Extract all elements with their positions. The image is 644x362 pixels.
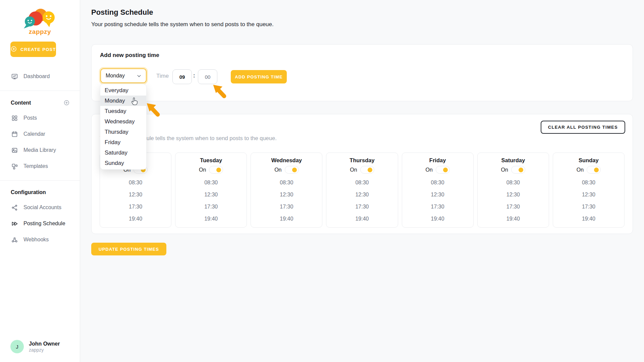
dropdown-option-friday[interactable]: Friday <box>100 137 146 147</box>
day-title: Wednesday <box>251 157 322 164</box>
add-time-card-title: Add new posting time <box>100 52 159 59</box>
day-column-friday: FridayOn08:3012:3017:3019:40 <box>402 153 474 228</box>
toggle-on-label: On <box>274 167 281 173</box>
day-toggle[interactable] <box>209 166 223 174</box>
sidebar-item-templates[interactable]: Templates <box>0 158 80 174</box>
section-title-configuration: Configuration <box>11 189 46 195</box>
posting-time: 12:30 <box>402 189 473 201</box>
day-toggle[interactable] <box>587 166 601 174</box>
day-column-saturday: SaturdayOn08:3012:3017:3019:40 <box>477 153 549 228</box>
toggle-row: On <box>402 166 473 174</box>
sidebar-section-configuration: Configuration Social AccountsPosting Sch… <box>0 181 80 248</box>
posts-icon <box>11 115 18 122</box>
toggle-row: On <box>251 166 322 174</box>
page-subtitle: Your posting schedule tells the system w… <box>91 21 274 28</box>
sidebar-item-label: Posts <box>23 115 37 121</box>
posting-time: 17:30 <box>402 201 473 213</box>
sidebar-item-calendar[interactable]: Calendar <box>0 126 80 142</box>
add-content-icon[interactable] <box>63 100 70 106</box>
sidebar-item-posting-schedule[interactable]: Posting Schedule <box>0 216 80 232</box>
day-times-list: 08:3012:3017:3019:40 <box>478 177 549 225</box>
webhook-icon <box>11 236 18 243</box>
sidebar-item-social-accounts[interactable]: Social Accounts <box>0 199 80 216</box>
sidebar-section-content: Content PostsCalendarMedia LibraryTempla… <box>0 91 80 174</box>
clear-all-posting-times-button[interactable]: CLEAR ALL POSTING TIMES <box>541 121 625 134</box>
day-toggle[interactable] <box>360 166 374 174</box>
day-times-list: 08:3012:3017:3019:40 <box>100 177 171 225</box>
user-org: zappzy <box>29 347 60 353</box>
chevron-down-icon <box>136 73 142 79</box>
sidebar-item-dashboard[interactable]: Dashboard <box>0 68 80 84</box>
posting-time: 19:40 <box>478 213 549 225</box>
toggle-on-label: On <box>350 167 357 173</box>
day-column-wednesday: WednesdayOn08:3012:3017:3019:40 <box>251 153 322 228</box>
sidebar-item-label: Media Library <box>23 147 56 153</box>
tutorial-arrow-icon <box>212 83 228 99</box>
posting-time: 19:40 <box>326 213 397 225</box>
day-select-value: Monday <box>106 73 125 79</box>
dropdown-option-sunday[interactable]: Sunday <box>100 158 146 168</box>
day-select[interactable]: Monday <box>100 68 147 83</box>
section-title-content: Content <box>11 100 31 106</box>
sidebar-item-label: Social Accounts <box>23 204 61 210</box>
minute-input[interactable] <box>198 69 217 84</box>
sidebar-item-label: Calendar <box>23 131 45 137</box>
schedule-icon <box>11 220 18 227</box>
toggle-on-label: On <box>577 167 584 173</box>
templates-icon <box>11 163 18 170</box>
posting-time: 19:40 <box>175 213 247 225</box>
day-times-list: 08:3012:3017:3019:40 <box>402 177 473 225</box>
posting-time: 17:30 <box>100 201 171 213</box>
posting-time: 17:30 <box>326 201 397 213</box>
toggle-row: On <box>478 166 549 174</box>
sidebar-item-posts[interactable]: Posts <box>0 110 80 126</box>
dropdown-option-wednesday[interactable]: Wednesday <box>100 116 146 127</box>
app-window: zappzy CREATE POST Dashboard Content Pos… <box>0 0 644 362</box>
posting-time: 12:30 <box>478 189 549 201</box>
sidebar-item-media-library[interactable]: Media Library <box>0 142 80 158</box>
dropdown-option-everyday[interactable]: Everyday <box>100 85 146 96</box>
yellow-bubble <box>43 11 55 27</box>
hour-input[interactable] <box>172 69 192 84</box>
day-select-dropdown: EverydayMondayTuesdayWednesdayThursdayFr… <box>100 84 147 170</box>
user-profile[interactable]: J John Owner zappzy <box>10 340 60 353</box>
posting-time: 08:30 <box>251 177 322 189</box>
create-post-button[interactable]: CREATE POST <box>10 42 56 57</box>
posting-time: 12:30 <box>553 189 624 201</box>
teal-bubble <box>24 16 35 28</box>
posting-time: 08:30 <box>478 177 549 189</box>
day-column-thursday: ThursdayOn08:3012:3017:3019:40 <box>326 153 398 228</box>
day-title: Friday <box>402 157 473 164</box>
toggle-on-label: On <box>199 167 206 173</box>
user-name: John Owner <box>29 341 60 348</box>
day-times-list: 08:3012:3017:3019:40 <box>553 177 624 225</box>
dropdown-option-saturday[interactable]: Saturday <box>100 147 146 158</box>
dashboard-icon <box>11 73 18 80</box>
posting-time: 12:30 <box>100 189 171 201</box>
plus-circle-icon <box>10 46 17 53</box>
posting-time: 17:30 <box>251 201 322 213</box>
posting-time: 19:40 <box>251 213 322 225</box>
day-times-list: 08:3012:3017:3019:40 <box>251 177 322 225</box>
sidebar-item-webhooks[interactable]: Webhooks <box>0 232 80 248</box>
media-icon <box>11 147 18 154</box>
posting-time: 08:30 <box>175 177 247 189</box>
posting-time: 08:30 <box>326 177 397 189</box>
dropdown-option-monday[interactable]: Monday <box>100 96 146 106</box>
tutorial-arrow-icon <box>145 102 161 117</box>
dropdown-option-tuesday[interactable]: Tuesday <box>100 106 146 116</box>
posting-time: 12:30 <box>251 189 322 201</box>
sidebar-item-label: Posting Schedule <box>23 221 65 227</box>
day-toggle[interactable] <box>436 166 450 174</box>
zappzy-logo: zappzy <box>0 0 80 36</box>
dropdown-option-thursday[interactable]: Thursday <box>100 127 146 137</box>
day-toggle[interactable] <box>511 166 525 174</box>
update-posting-times-button[interactable]: UPDATE POSTING TIMES <box>91 243 166 255</box>
toggle-knob <box>443 168 448 172</box>
add-posting-time-button[interactable]: ADD POSTING TIME <box>231 70 287 83</box>
day-toggle[interactable] <box>285 166 299 174</box>
day-column-tuesday: TuesdayOn08:3012:3017:3019:40 <box>175 153 247 228</box>
posting-time: 17:30 <box>478 201 549 213</box>
posting-time: 08:30 <box>402 177 473 189</box>
main-content: Posting Schedule Your posting schedule t… <box>80 0 644 362</box>
